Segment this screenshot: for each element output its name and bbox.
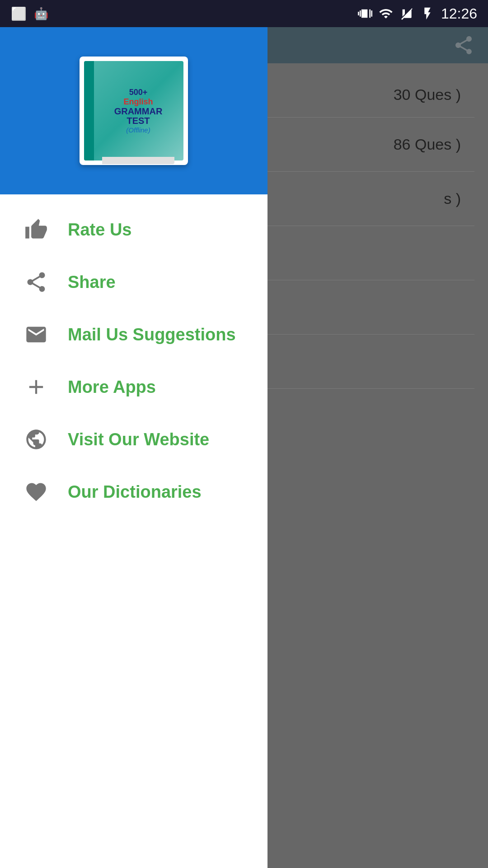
- heart-icon: [23, 478, 50, 505]
- book-spine: [84, 61, 94, 160]
- dictionaries-label: Our Dictionaries: [68, 482, 202, 502]
- status-bar-left: ⬜ 🤖: [11, 6, 48, 21]
- app-icon-container: 500+ English GRAMMAR TEST (Offline): [80, 57, 188, 165]
- menu-item-website[interactable]: Visit Our Website: [0, 413, 267, 466]
- book-line3: GRAMMAR: [114, 107, 163, 116]
- menu-item-more-apps[interactable]: More Apps: [0, 361, 267, 413]
- vibrate-icon: [358, 6, 372, 21]
- menu-item-share[interactable]: Share: [0, 256, 267, 308]
- book-line5: (Offline): [114, 126, 163, 134]
- plus-icon: [23, 373, 50, 401]
- share-icon: [23, 269, 50, 296]
- signal-off-icon: [399, 6, 414, 21]
- android-icon: 🤖: [34, 7, 48, 21]
- website-label: Visit Our Website: [68, 430, 209, 449]
- status-bar: ⬜ 🤖 12:26: [0, 0, 488, 27]
- book-line4: TEST: [114, 116, 163, 126]
- wifi-icon: [379, 6, 393, 21]
- drawer-overlay: [267, 27, 488, 868]
- drawer-menu: Rate Us Share Mail Us Suggestions: [0, 194, 267, 868]
- menu-item-dictionaries[interactable]: Our Dictionaries: [0, 466, 267, 518]
- drawer-header: 500+ English GRAMMAR TEST (Offline): [0, 27, 267, 194]
- status-bar-right: 12:26: [358, 5, 477, 22]
- navigation-drawer: 500+ English GRAMMAR TEST (Offline) Rate…: [0, 27, 267, 868]
- mail-label: Mail Us Suggestions: [68, 325, 236, 344]
- thumbs-up-icon: [23, 216, 50, 243]
- menu-item-rate-us[interactable]: Rate Us: [0, 203, 267, 256]
- book-line1: 500+: [114, 88, 163, 97]
- menu-item-mail[interactable]: Mail Us Suggestions: [0, 308, 267, 361]
- flash-icon: [420, 6, 435, 21]
- share-label: Share: [68, 273, 116, 292]
- book-line2: English: [114, 97, 163, 107]
- app-icon: 500+ English GRAMMAR TEST (Offline): [84, 61, 183, 160]
- book-pages: [102, 157, 174, 164]
- screenshot-icon: ⬜: [11, 6, 27, 21]
- mail-icon: [23, 321, 50, 348]
- rate-us-label: Rate Us: [68, 220, 132, 240]
- more-apps-label: More Apps: [68, 377, 156, 397]
- book-content: 500+ English GRAMMAR TEST (Offline): [114, 88, 163, 134]
- globe-icon: [23, 426, 50, 453]
- status-time: 12:26: [441, 5, 477, 22]
